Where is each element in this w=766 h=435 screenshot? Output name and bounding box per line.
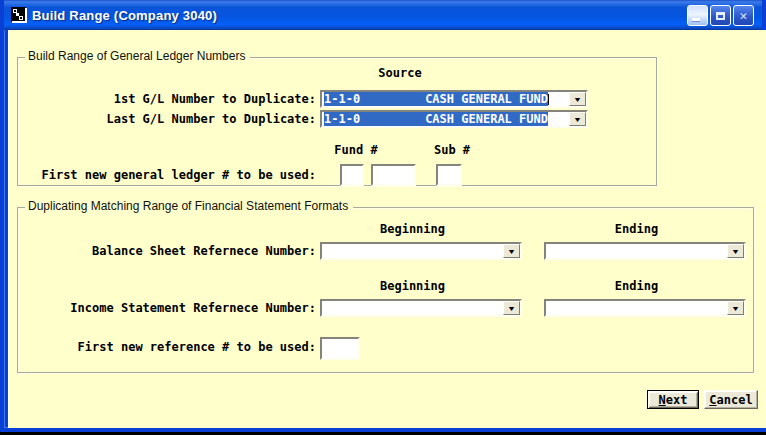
dropdown-arrow-icon: ▼ xyxy=(507,305,516,312)
source-label: Source xyxy=(320,66,480,80)
maximize-icon xyxy=(716,12,725,20)
minimize-button[interactable] xyxy=(687,5,708,26)
first-gl-dropdown-button[interactable]: ▼ xyxy=(569,92,586,106)
close-icon: ✕ xyxy=(740,9,748,22)
first-gl-label: 1st G/L Number to Duplicate: xyxy=(8,92,316,106)
dialog-client-area: Build Range of General Ledger Numbers So… xyxy=(8,30,766,428)
income-ending-label: Ending xyxy=(544,279,729,293)
income-statement-label: Income Statement Refernece Number: xyxy=(8,301,316,315)
balance-ending-dropdown-button[interactable]: ▼ xyxy=(727,244,744,258)
balance-beginning-label: Beginning xyxy=(320,222,505,236)
dialog-window: Build Range (Company 3040) ✕ Build Range… xyxy=(0,0,766,432)
last-gl-combobox[interactable]: 1-1-0 CASH GENERAL FUND ▼ xyxy=(320,110,588,128)
gl-groupbox-title: Build Range of General Ledger Numbers xyxy=(25,49,250,63)
dropdown-arrow-icon: ▼ xyxy=(573,96,582,103)
balance-beginning-value xyxy=(322,244,503,258)
cancel-button[interactable]: Cancel xyxy=(704,390,758,409)
close-button[interactable]: ✕ xyxy=(733,5,754,26)
last-gl-combobox-value: 1-1-0 CASH GENERAL FUND xyxy=(322,112,569,126)
titlebar: Build Range (Company 3040) ✕ xyxy=(4,0,762,30)
sub-number-field[interactable] xyxy=(436,164,462,186)
income-beginning-value xyxy=(322,301,503,315)
balance-ending-value xyxy=(546,244,727,258)
first-new-gl-label: First new general ledger # to be used: xyxy=(8,168,316,182)
gl-number-field[interactable] xyxy=(371,164,416,186)
balance-ending-combobox[interactable]: ▼ xyxy=(544,242,746,260)
balance-beginning-dropdown-button[interactable]: ▼ xyxy=(503,244,520,258)
fund-number-label: Fund # xyxy=(328,143,384,157)
income-ending-value xyxy=(546,301,727,315)
balance-sheet-label: Balance Sheet Refernece Number: xyxy=(8,244,316,258)
income-ending-combobox[interactable]: ▼ xyxy=(544,299,746,317)
fund-number-field[interactable] xyxy=(340,164,364,186)
first-new-reference-label: First new reference # to be used: xyxy=(8,340,316,354)
text-caret xyxy=(548,94,549,105)
minimize-icon xyxy=(692,18,700,21)
balance-beginning-combobox[interactable]: ▼ xyxy=(320,242,522,260)
last-gl-label: Last G/L Number to Duplicate: xyxy=(8,112,316,126)
balance-ending-label: Ending xyxy=(544,222,729,236)
income-beginning-combobox[interactable]: ▼ xyxy=(320,299,522,317)
first-gl-combobox-value: 1-1-0 CASH GENERAL FUND xyxy=(322,92,569,106)
last-gl-dropdown-button[interactable]: ▼ xyxy=(569,112,586,126)
income-ending-dropdown-button[interactable]: ▼ xyxy=(727,301,744,315)
dropdown-arrow-icon: ▼ xyxy=(731,305,740,312)
maximize-button[interactable] xyxy=(710,5,731,26)
fs-groupbox-title: Duplicating Matching Range of Financial … xyxy=(25,199,353,213)
dropdown-arrow-icon: ▼ xyxy=(573,116,582,123)
app-icon xyxy=(11,7,27,23)
sub-number-label: Sub # xyxy=(422,143,482,157)
income-beginning-dropdown-button[interactable]: ▼ xyxy=(503,301,520,315)
dropdown-arrow-icon: ▼ xyxy=(507,248,516,255)
first-new-reference-field[interactable] xyxy=(320,337,360,360)
income-beginning-label: Beginning xyxy=(320,279,505,293)
dropdown-arrow-icon: ▼ xyxy=(731,248,740,255)
window-title: Build Range (Company 3040) xyxy=(32,8,217,23)
next-button[interactable]: Next xyxy=(647,390,699,409)
first-gl-combobox[interactable]: 1-1-0 CASH GENERAL FUND ▼ xyxy=(320,90,588,108)
